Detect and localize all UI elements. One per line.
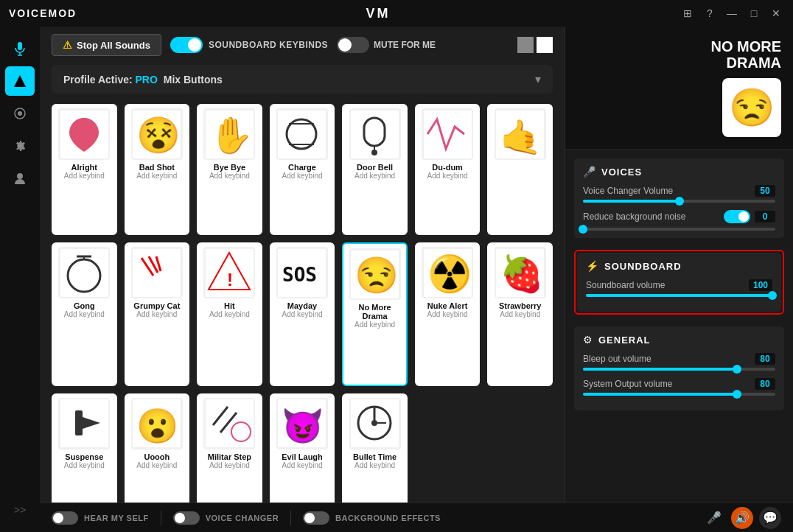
sound-card-door_bell[interactable]: Door BellAdd keybind xyxy=(342,104,408,235)
sidebar-item-effects[interactable] xyxy=(5,99,35,128)
bg-effects-toggle[interactable] xyxy=(303,511,329,525)
slider-thumb[interactable] xyxy=(579,225,587,234)
maximize-button[interactable]: □ xyxy=(746,5,762,21)
slider-thumb[interactable] xyxy=(675,197,684,206)
bottom-volume-icon[interactable]: 🔊 xyxy=(731,507,753,529)
sound-card-gong[interactable]: GongAdd keybind xyxy=(52,242,117,385)
sound-card-strawberry[interactable]: 🍓StrawberryAdd keybind xyxy=(487,242,553,385)
sound-card-charge[interactable]: ChargeAdd keybind xyxy=(270,104,335,235)
sound-card-name-gong: Gong xyxy=(74,301,95,310)
sidebar-item-settings[interactable] xyxy=(5,131,35,161)
sound-card-no_more_drama[interactable]: 😒No More DramaAdd keybind xyxy=(342,242,408,385)
divider-1 xyxy=(161,511,161,525)
soundboard-keybinds-toggle[interactable] xyxy=(170,37,203,53)
sound-card-keybind-bullet_time[interactable]: Add keybind xyxy=(354,461,395,469)
voice-changer-volume-slider[interactable] xyxy=(583,200,775,203)
system-output-volume-row: System Output volume 80 xyxy=(583,378,775,396)
sound-card-name-grumpy_cat: Grumpy Cat xyxy=(133,301,180,310)
sound-card-img-bye_bye: ✋ xyxy=(203,108,255,160)
sidebar-expand-btn[interactable]: >> xyxy=(5,495,35,525)
white-square[interactable] xyxy=(537,37,553,53)
monitor-icon[interactable]: ⊞ xyxy=(680,5,696,21)
sound-card-keybind-evil_laugh[interactable]: Add keybind xyxy=(282,461,322,469)
slider-fill xyxy=(586,294,772,297)
sound-card-img-militar_step xyxy=(203,398,255,449)
sound-card-keybind-grumpy_cat[interactable]: Add keybind xyxy=(136,310,177,318)
sound-card-keybind-mayday[interactable]: Add keybind xyxy=(282,310,322,318)
svg-rect-0 xyxy=(18,42,22,50)
general-section-title: GENERAL xyxy=(598,335,651,346)
soundboard-keybinds-toggle-group: SOUNDBOARD KEYBINDS xyxy=(170,37,328,53)
sound-card-name-bad_shot: Bad Shot xyxy=(139,163,175,172)
sound-card-hit[interactable]: !HitAdd keybind xyxy=(197,242,262,385)
slider-thumb[interactable] xyxy=(733,390,741,399)
sidebar-item-mic[interactable] xyxy=(5,34,35,63)
sound-card-keybind-hit[interactable]: Add keybind xyxy=(209,310,250,318)
sound-card-keybind-charge[interactable]: Add keybind xyxy=(282,172,322,180)
slider-fill xyxy=(583,368,737,371)
mute-for-me-toggle[interactable] xyxy=(337,37,369,53)
sound-card-keybind-no_more_drama[interactable]: Add keybind xyxy=(354,321,395,329)
sound-card-bye_bye[interactable]: ✋Bye ByeAdd keybind xyxy=(197,104,262,235)
bleep-out-label: Bleep out volume xyxy=(583,354,651,364)
sound-card-keybind-uoooh[interactable]: Add keybind xyxy=(136,461,177,469)
svg-point-6 xyxy=(17,173,23,179)
hear-myself-toggle[interactable] xyxy=(52,511,78,525)
sidebar-item-user[interactable] xyxy=(5,164,35,193)
stop-all-sounds-button[interactable]: ⚠ Stop All Sounds xyxy=(52,34,161,56)
system-output-slider[interactable] xyxy=(583,393,775,396)
sound-card-du_dum[interactable]: Du-dumAdd keybind xyxy=(415,104,481,235)
chevron-down-icon: ▾ xyxy=(535,72,541,86)
reduce-bg-noise-toggle[interactable] xyxy=(724,210,750,223)
svg-text:🍓: 🍓 xyxy=(500,253,544,295)
sidebar-item-soundboard[interactable] xyxy=(5,66,35,96)
sound-card-keybind-militar_step[interactable]: Add keybind xyxy=(209,461,250,469)
soundboard-volume-slider[interactable] xyxy=(586,294,772,297)
sound-card-mayday[interactable]: SOSMaydayAdd keybind xyxy=(270,242,335,385)
sound-card-keybind-du_dum[interactable]: Add keybind xyxy=(427,172,468,180)
sound-card-hand2[interactable]: 🤙 xyxy=(487,104,553,235)
slider-thumb[interactable] xyxy=(768,291,777,300)
general-section-header: ⚙ GENERAL xyxy=(583,334,775,346)
sound-card-name-charge: Charge xyxy=(288,163,316,172)
sound-card-keybind-strawberry[interactable]: Add keybind xyxy=(500,310,540,318)
slider-thumb[interactable] xyxy=(733,365,741,374)
sound-card-keybind-gong[interactable]: Add keybind xyxy=(64,310,105,318)
profile-bar[interactable]: Profile Active: PRO Mix Buttons ▾ xyxy=(52,65,553,94)
help-button[interactable]: ? xyxy=(702,5,718,21)
bottom-chat-icon[interactable]: 💬 xyxy=(759,507,781,529)
sound-card-keybind-suspense[interactable]: Add keybind xyxy=(64,461,105,469)
soundboard-section-inner: ⚡ SOUNDBOARD Soundboard volume 100 xyxy=(577,253,781,312)
bottom-mic-icon[interactable]: 🎤 xyxy=(703,507,725,529)
sound-card-img-du_dum xyxy=(422,108,473,160)
sound-card-img-alright xyxy=(58,108,110,160)
center-panel: ⚠ Stop All Sounds SOUNDBOARD KEYBINDS MU… xyxy=(40,27,565,532)
sound-card-keybind-alright[interactable]: Add keybind xyxy=(64,172,105,180)
bleep-out-value: 80 xyxy=(755,353,775,365)
sound-card-img-no_more_drama: 😒 xyxy=(349,248,401,300)
bleep-out-slider[interactable] xyxy=(583,368,775,371)
toolbar: ⚠ Stop All Sounds SOUNDBOARD KEYBINDS MU… xyxy=(52,34,553,56)
sound-card-name-militar_step: Militar Step xyxy=(208,452,251,461)
minimize-button[interactable]: — xyxy=(724,5,740,21)
active-sound-emoji: 😒 xyxy=(722,78,781,137)
sound-card-grumpy_cat[interactable]: Grumpy CatAdd keybind xyxy=(125,242,190,385)
bg-effects-group: BACKGROUND EFFECTS xyxy=(303,511,441,525)
sound-card-alright[interactable]: AlrightAdd keybind xyxy=(52,104,117,235)
sound-card-keybind-door_bell[interactable]: Add keybind xyxy=(354,172,395,180)
active-sound-preview: NO MOREDRAMA 😒 xyxy=(565,27,793,150)
svg-point-21 xyxy=(371,150,377,155)
sound-card-bad_shot[interactable]: 😵Bad ShotAdd keybind xyxy=(125,104,190,235)
sound-card-keybind-bye_bye[interactable]: Add keybind xyxy=(209,172,250,180)
svg-text:😮: 😮 xyxy=(136,406,179,447)
reduce-bg-noise-slider[interactable] xyxy=(583,228,775,231)
sound-card-img-door_bell xyxy=(349,108,401,160)
sound-card-img-suspense xyxy=(58,398,110,449)
sound-card-keybind-nuke_alert[interactable]: Add keybind xyxy=(427,310,468,318)
gray-square[interactable] xyxy=(517,37,534,53)
sound-card-keybind-bad_shot[interactable]: Add keybind xyxy=(136,172,177,180)
voice-changer-toggle[interactable] xyxy=(173,511,200,525)
sound-card-nuke_alert[interactable]: ☢️Nuke AlertAdd keybind xyxy=(415,242,481,385)
close-button[interactable]: ✕ xyxy=(768,5,784,21)
title-bar-center-logo: VM xyxy=(366,6,391,21)
